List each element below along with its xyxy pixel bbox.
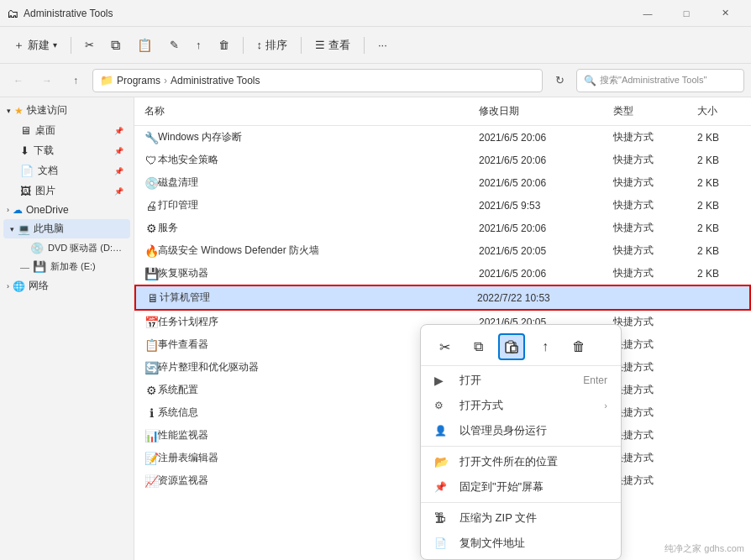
- table-row[interactable]: 🔧Windows 内存诊断2021/6/5 20:06快捷方式2 KB: [134, 126, 751, 149]
- open-icon: ▶: [434, 374, 453, 387]
- pin-icon-4: 📌: [114, 187, 123, 196]
- table-row[interactable]: 💾恢复驱动器2021/6/5 20:06快捷方式2 KB: [134, 262, 751, 285]
- file-size-cell: [694, 411, 744, 416]
- new-icon: ＋: [13, 38, 24, 53]
- table-row[interactable]: 💿磁盘清理2021/6/5 20:06快捷方式2 KB: [134, 171, 751, 194]
- up-button[interactable]: ↑: [64, 69, 87, 92]
- table-row[interactable]: ⚙服务2021/6/5 20:06快捷方式2 KB: [134, 217, 751, 239]
- network-header[interactable]: › 🌐 网络: [0, 276, 134, 296]
- maximize-button[interactable]: □: [667, 0, 706, 27]
- main-area: ▾ ★ 快速访问 🖥 桌面 📌 ⬇ 下载 📌 📄 文档 📌 🖼 图片 📌 › ☁: [0, 97, 751, 560]
- file-type-cell: 快捷方式: [610, 173, 694, 192]
- rename-button[interactable]: ✎: [163, 35, 186, 55]
- file-name-cell: 💾恢复驱动器: [141, 264, 475, 283]
- sidebar-item-desktop[interactable]: 🖥 桌面 📌: [3, 121, 130, 140]
- file-size-cell: 2 KB: [694, 220, 744, 237]
- ctx-open-with-item[interactable]: ⚙ 打开方式 ›: [421, 393, 621, 418]
- folder-icon: 📁: [100, 74, 113, 86]
- addressbar: ← → ↑ 📁 Programs › Administrative Tools …: [0, 64, 751, 97]
- file-type-cell: [608, 296, 692, 301]
- file-type-cell: 快捷方式: [610, 380, 694, 400]
- more-button[interactable]: ···: [371, 35, 394, 55]
- file-icon: 🖨: [144, 199, 158, 212]
- file-icon: 📊: [144, 429, 158, 442]
- documents-icon: 📄: [20, 165, 34, 177]
- toolbar-separator-2: [243, 37, 244, 54]
- new-button[interactable]: ＋ 新建 ▾: [7, 34, 64, 56]
- watermark: 纯净之家 gdhs.com: [664, 542, 744, 555]
- ctx-open-location-item[interactable]: 📂 打开文件所在的位置: [421, 449, 621, 474]
- admin-icon: 👤: [434, 425, 453, 437]
- ctx-pin-start-item[interactable]: 📌 固定到"开始"屏幕: [421, 474, 621, 500]
- sort-icon: ↕: [257, 39, 263, 51]
- view-button[interactable]: ☰ 查看: [308, 34, 357, 56]
- col-type[interactable]: 类型: [610, 101, 694, 122]
- back-button[interactable]: ←: [7, 69, 30, 92]
- sidebar-item-new-volume[interactable]: — 💾 新加卷 (E:): [3, 258, 130, 275]
- file-type-cell: 快捷方式: [610, 128, 694, 147]
- cut-button[interactable]: ✂: [78, 35, 101, 55]
- col-size[interactable]: 大小: [694, 101, 744, 122]
- sidebar: ▾ ★ 快速访问 🖥 桌面 📌 ⬇ 下载 📌 📄 文档 📌 🖼 图片 📌 › ☁: [0, 97, 134, 560]
- paste-svg-icon: [504, 339, 519, 354]
- toolbar-separator-4: [364, 37, 365, 54]
- refresh-button[interactable]: ↻: [548, 69, 571, 92]
- col-name[interactable]: 名称: [141, 101, 475, 122]
- onedrive-header[interactable]: › ☁ OneDrive: [0, 201, 134, 218]
- file-name-cell: ⚙服务: [141, 218, 475, 238]
- table-row[interactable]: 🛡本地安全策略2021/6/5 20:06快捷方式2 KB: [134, 149, 751, 171]
- sidebar-item-documents[interactable]: 📄 文档 📌: [3, 161, 130, 181]
- file-icon: 🔥: [144, 244, 158, 258]
- search-box[interactable]: 🔍 搜索"Administrative Tools": [576, 69, 744, 92]
- paste-button[interactable]: 📋: [130, 34, 160, 56]
- sidebar-item-dvd[interactable]: 💿 DVD 驱动器 (D:) C(…: [3, 239, 130, 257]
- pin-icon-3: 📌: [114, 167, 123, 175]
- path-programs: Programs: [117, 75, 160, 86]
- file-size-cell: [694, 365, 744, 370]
- forward-button[interactable]: →: [35, 69, 59, 92]
- copy-button[interactable]: ⧉: [104, 34, 127, 56]
- file-type-cell: 快捷方式: [610, 335, 694, 354]
- view-icon: ☰: [315, 39, 325, 51]
- close-button[interactable]: ✕: [706, 0, 744, 27]
- ctx-run-admin-item[interactable]: 👤 以管理员身份运行: [421, 418, 621, 443]
- folder-open-icon: 📂: [434, 455, 453, 468]
- dvd-icon: 💿: [30, 242, 44, 254]
- ctx-paste-button[interactable]: [498, 333, 525, 360]
- ctx-share-button[interactable]: ↑: [532, 333, 559, 360]
- delete-button[interactable]: 🗑: [212, 35, 236, 55]
- sidebar-item-pictures[interactable]: 🖼 图片 📌: [3, 181, 130, 201]
- more-icon: ···: [378, 39, 387, 51]
- file-name-cell: 🔥高级安全 Windows Defender 防火墙: [141, 241, 475, 260]
- sort-button[interactable]: ↕ 排序: [250, 34, 295, 56]
- ctx-delete-button[interactable]: 🗑: [565, 333, 592, 360]
- titlebar: 🗂 Administrative Tools — □ ✕: [0, 0, 751, 27]
- table-row[interactable]: 🔥高级安全 Windows Defender 防火墙2021/6/5 20:05…: [134, 239, 751, 262]
- ctx-cut-button[interactable]: ✂: [431, 333, 458, 360]
- ctx-copy-path-item[interactable]: 📄 复制文件地址: [421, 531, 621, 556]
- address-bar[interactable]: 📁 Programs › Administrative Tools: [92, 69, 543, 92]
- minimize-button[interactable]: —: [628, 0, 667, 27]
- window-icon: 🗂: [7, 7, 18, 20]
- file-icon: 🖥: [146, 291, 160, 305]
- ctx-copy-button[interactable]: ⧉: [465, 333, 491, 360]
- share-button[interactable]: ↑: [189, 35, 208, 55]
- ctx-compress-item[interactable]: 🗜 压缩为 ZIP 文件: [421, 505, 621, 531]
- thispc-header[interactable]: ▾ 💻 此电脑: [3, 219, 130, 238]
- table-row[interactable]: 🖨打印管理2021/6/5 9:53快捷方式2 KB: [134, 194, 751, 217]
- new-dropdown-icon: ▾: [53, 40, 57, 50]
- toolbar-separator-1: [71, 37, 71, 54]
- col-modified[interactable]: 修改日期: [475, 101, 610, 122]
- table-row[interactable]: 🖥计算机管理2022/7/22 10:53: [134, 285, 751, 311]
- quick-access-header[interactable]: ▾ ★ 快速访问: [0, 101, 134, 120]
- file-icon: 📈: [144, 474, 158, 488]
- sidebar-item-downloads[interactable]: ⬇ 下载 📌: [3, 141, 130, 160]
- drive-icon: 💾: [33, 260, 46, 273]
- rename-icon: ✎: [170, 39, 179, 51]
- pin-icon: 📌: [114, 127, 123, 135]
- ctx-open-item[interactable]: ▶ 打开 Enter: [421, 368, 621, 393]
- file-icon: 🔧: [144, 131, 158, 144]
- file-name-cell: 💿磁盘清理: [141, 173, 475, 192]
- dash-icon: —: [20, 262, 29, 272]
- file-modified-cell: 2021/6/5 20:06: [475, 152, 610, 169]
